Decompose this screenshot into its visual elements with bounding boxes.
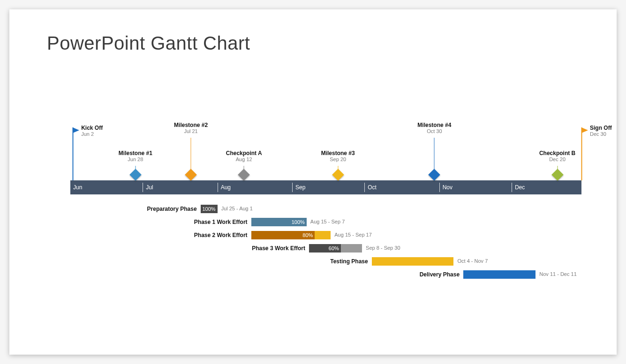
milestone-label: Checkpoint A	[226, 150, 262, 156]
task-label: Testing Phase	[70, 258, 368, 265]
diamond-icon	[238, 169, 249, 180]
axis-tick-label: Oct	[368, 184, 377, 191]
axis-tick: Sep	[292, 180, 305, 194]
axis-tick-label: Aug	[221, 184, 231, 191]
axis-tick: Aug	[218, 180, 231, 194]
task-bar: 80%	[251, 231, 331, 239]
task-bar-fill: 80%	[251, 231, 315, 239]
axis-tick: Oct	[364, 180, 377, 194]
axis-tick-label: Dec	[515, 184, 525, 191]
task-bar-fill: 60%	[309, 244, 341, 253]
task-bar: 60%	[309, 244, 362, 253]
task-row: Preparatory Phase100%Jul 25 - Aug 1	[70, 204, 581, 217]
task-bar-fill: 100%	[251, 218, 307, 226]
milestone-date: Sep 20	[321, 156, 355, 162]
diamond-icon	[332, 169, 344, 180]
task-bar: 100%	[251, 218, 307, 226]
task-label: Preparatory Phase	[70, 206, 197, 212]
milestone-label: Milestone #1	[119, 150, 152, 156]
axis-tick: Nov	[439, 180, 453, 194]
page-title: PowerPoint Gantt Chart	[47, 33, 250, 54]
task-range: Jul 25 - Aug 1	[221, 206, 253, 211]
task-label: Phase 2 Work Effort	[70, 232, 248, 238]
task-range: Nov 11 - Dec 11	[539, 271, 576, 277]
task-bar-bg	[463, 270, 535, 279]
task-label: Phase 3 Work Effort	[70, 245, 305, 252]
milestone-date: Oct 30	[417, 128, 451, 134]
axis-tick-label: Nov	[443, 184, 453, 191]
axis-tick-label: Jun	[73, 184, 82, 191]
task-range: Sep 8 - Sep 30	[366, 245, 400, 251]
diamond-icon	[551, 169, 563, 180]
diamond-icon	[185, 169, 196, 180]
milestone-date: Dec 20	[539, 156, 575, 162]
diamond-icon	[129, 169, 141, 180]
task-row: Phase 3 Work Effort60%Sep 8 - Sep 30	[70, 243, 581, 256]
task-row: Phase 1 Work Effort100%Aug 15 - Sep 7	[70, 217, 581, 230]
milestone-label: Milestone #2	[174, 122, 208, 128]
task-range: Aug 15 - Sep 7	[310, 219, 345, 224]
flag-icon	[73, 127, 79, 133]
axis-tick: Jun	[70, 180, 82, 194]
diamond-icon	[429, 169, 440, 180]
task-row: Phase 2 Work Effort80%Aug 15 - Sep 17	[70, 230, 581, 243]
task-range: Oct 4 - Nov 7	[458, 258, 488, 264]
task-bar: 100%	[201, 205, 218, 213]
milestone-label: Checkpoint B	[539, 150, 575, 156]
gantt-tasks: Preparatory Phase100%Jul 25 - Aug 1Phase…	[70, 204, 581, 282]
axis-tick: Jul	[143, 180, 153, 194]
task-bar-fill: 100%	[201, 205, 218, 213]
task-range: Aug 15 - Sep 17	[334, 232, 372, 238]
task-bar	[372, 257, 454, 266]
month-axis: JunJulAugSepOctNovDec	[70, 180, 581, 194]
slide: PowerPoint Gantt Chart JunJulAugSepOctNo…	[9, 9, 617, 355]
task-bar	[463, 270, 535, 279]
flag-icon	[581, 127, 588, 133]
flagpole	[73, 127, 74, 180]
milestone-label: Milestone #3	[321, 150, 355, 156]
task-label: Phase 1 Work Effort	[70, 219, 248, 225]
task-label: Delivery Phase	[70, 271, 460, 278]
task-bar-bg	[372, 257, 454, 266]
milestone-date: Jun 2	[81, 131, 103, 137]
milestone-date: Aug 12	[226, 156, 262, 162]
gantt-chart: JunJulAugSepOctNovDec Preparatory Phase1…	[70, 122, 581, 319]
milestone-date: Jun 28	[119, 156, 152, 162]
flagpole	[581, 127, 582, 180]
milestone-date: Jul 21	[174, 128, 208, 134]
task-row: Delivery PhaseNov 11 - Dec 11	[70, 269, 581, 282]
milestone-label: Kick Off	[81, 125, 103, 131]
axis-tick: Dec	[512, 180, 525, 194]
axis-tick-label: Jul	[146, 184, 153, 191]
axis-tick-label: Sep	[295, 184, 305, 191]
milestone-date: Dec 30	[590, 131, 612, 137]
task-row: Testing PhaseOct 4 - Nov 7	[70, 256, 581, 269]
milestone-label: Sign Off	[590, 125, 612, 131]
milestone-label: Milestone #4	[417, 122, 451, 128]
